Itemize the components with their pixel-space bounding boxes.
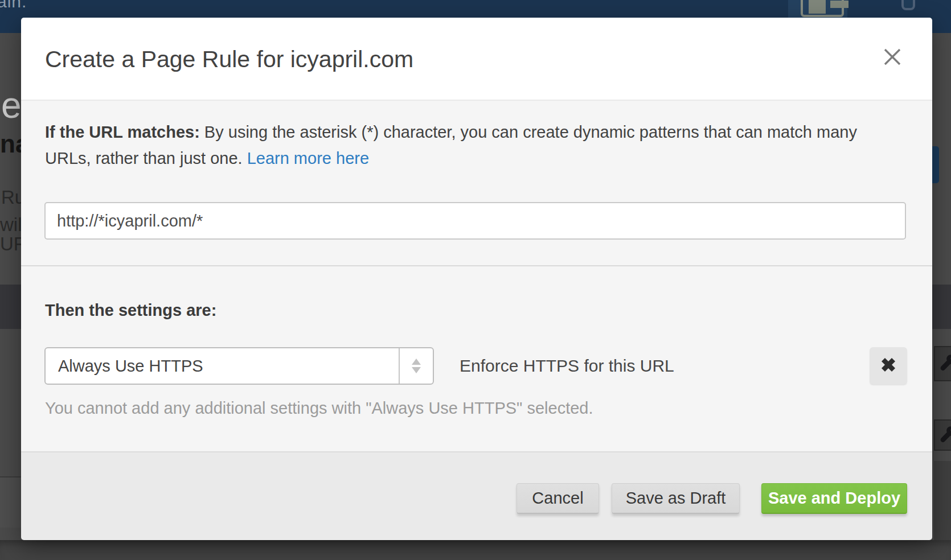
background-partial-icon bbox=[901, 0, 915, 10]
save-as-draft-button[interactable]: Save as Draft bbox=[612, 483, 740, 514]
setting-description: Enforce HTTPS for this URL bbox=[460, 347, 674, 385]
modal-footer: Cancel Save as Draft Save and Deploy bbox=[21, 451, 932, 540]
background-heading-fragment: ain. bbox=[0, 0, 27, 11]
setting-select-value: Always Use HTTPS bbox=[58, 348, 203, 384]
background-dark-block bbox=[934, 461, 951, 540]
section-divider bbox=[21, 265, 932, 266]
layout-grid-icon bbox=[801, 0, 844, 17]
chevron-down-icon bbox=[412, 367, 421, 373]
remove-x-icon bbox=[880, 356, 897, 373]
create-page-rule-modal: Create a Page Rule for icyapril.com If t… bbox=[21, 18, 932, 540]
screen: ain. e nav Ru will UR Create a Page Rule… bbox=[0, 0, 951, 560]
setting-note: You cannot add any additional settings w… bbox=[45, 399, 593, 418]
url-pattern-input[interactable] bbox=[44, 202, 906, 240]
modal-body: If the URL matches: By using the asteris… bbox=[21, 101, 932, 451]
grid-icon-bar bbox=[830, 1, 848, 8]
background-blue-button-sliver bbox=[932, 146, 939, 183]
save-and-deploy-button[interactable]: Save and Deploy bbox=[761, 483, 907, 514]
background-action-row bbox=[934, 419, 951, 451]
settings-heading: Then the settings are: bbox=[45, 301, 216, 320]
learn-more-link[interactable]: Learn more here bbox=[247, 149, 369, 167]
url-match-label: If the URL matches: bbox=[45, 123, 200, 141]
modal-header: Create a Page Rule for icyapril.com bbox=[21, 18, 932, 101]
chevron-up-icon bbox=[412, 359, 421, 365]
remove-setting-button[interactable] bbox=[870, 347, 907, 384]
background-text-fragment: e bbox=[1, 84, 22, 126]
modal-title: Create a Page Rule for icyapril.com bbox=[45, 18, 413, 101]
url-match-description: If the URL matches: By using the asteris… bbox=[45, 119, 896, 171]
grid-icon-square bbox=[809, 0, 826, 14]
select-stepper bbox=[399, 348, 433, 384]
setting-select[interactable]: Always Use HTTPS bbox=[44, 347, 434, 385]
background-left-band bbox=[0, 476, 21, 528]
cancel-button[interactable]: Cancel bbox=[517, 483, 599, 514]
wrench-icon bbox=[938, 426, 951, 445]
background-action-row bbox=[934, 346, 951, 381]
wrench-icon bbox=[938, 354, 951, 373]
background-bottom-band bbox=[0, 540, 951, 560]
close-icon[interactable] bbox=[881, 46, 904, 69]
